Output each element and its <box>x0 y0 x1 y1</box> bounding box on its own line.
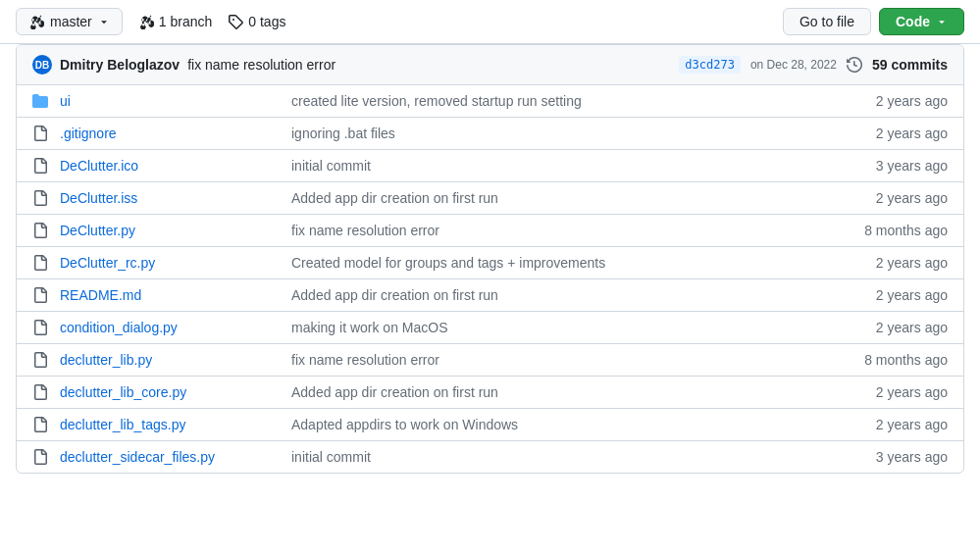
file-name[interactable]: declutter_sidecar_files.py <box>60 449 276 465</box>
table-row: README.md Added app dir creation on firs… <box>17 279 963 312</box>
file-time: 2 years ago <box>820 320 948 335</box>
commit-date: on Dec 28, 2022 <box>750 58 837 72</box>
file-icon-container <box>32 417 60 432</box>
tag-icon <box>228 14 243 29</box>
file-commit: Added app dir creation on first run <box>276 384 820 400</box>
file-commit: Added app dir creation on first run <box>276 287 820 303</box>
branch-count-link[interactable]: 1 branch <box>138 14 212 29</box>
file-icon <box>32 190 48 206</box>
table-row: declutter_lib.py fix name resolution err… <box>17 344 963 377</box>
file-commit: Adapted appdirs to work on Windows <box>276 417 820 432</box>
branch-selector[interactable]: master <box>16 8 123 35</box>
file-commit: fix name resolution error <box>276 352 820 368</box>
table-row: DeClutter.iss Added app dir creation on … <box>17 182 963 215</box>
file-icon-container <box>32 287 60 303</box>
toolbar-left: master 1 branch 0 tags <box>16 8 285 35</box>
toolbar-right: Go to file Code <box>783 8 964 35</box>
file-time: 2 years ago <box>820 287 948 303</box>
table-row: declutter_lib_tags.py Adapted appdirs to… <box>17 409 963 441</box>
file-icon <box>32 126 48 141</box>
file-name[interactable]: DeClutter.ico <box>60 158 276 174</box>
table-row: DeClutter.py fix name resolution error 8… <box>17 215 963 247</box>
folder-icon <box>32 93 48 109</box>
file-commit: ignoring .bat files <box>276 126 820 141</box>
code-label: Code <box>896 14 930 29</box>
commits-count[interactable]: 59 commits <box>872 57 948 73</box>
go-to-file-button[interactable]: Go to file <box>783 8 871 35</box>
file-name[interactable]: DeClutter.py <box>60 223 276 238</box>
file-icon-container <box>32 190 60 206</box>
file-commit: fix name resolution error <box>276 223 820 238</box>
file-icon <box>32 417 48 432</box>
file-icon <box>32 320 48 335</box>
tag-count-link[interactable]: 0 tags <box>228 14 285 29</box>
history-icon <box>847 57 862 73</box>
file-name[interactable]: ui <box>60 93 276 109</box>
file-name[interactable]: declutter_lib.py <box>60 352 276 368</box>
file-commit: making it work on MacOS <box>276 320 820 335</box>
table-row: declutter_sidecar_files.py initial commi… <box>17 441 963 473</box>
commit-author: Dmitry Beloglazov <box>60 57 180 73</box>
file-icon-container <box>32 93 60 109</box>
file-icon-container <box>32 384 60 400</box>
file-commit: Created model for groups and tags + impr… <box>276 255 820 271</box>
file-icon-container <box>32 320 60 335</box>
tag-count-label: 0 tags <box>248 14 285 29</box>
chevron-down-icon-code <box>936 16 948 27</box>
repo-container: DB Dmitry Beloglazov fix name resolution… <box>16 44 964 474</box>
file-icon <box>32 255 48 271</box>
code-button[interactable]: Code <box>879 8 964 35</box>
file-time: 3 years ago <box>820 158 948 174</box>
file-commit: created lite version, removed startup ru… <box>276 93 820 109</box>
chevron-down-icon <box>98 16 110 27</box>
branch-count-label: 1 branch <box>159 14 212 29</box>
branch-name: master <box>50 14 92 29</box>
file-commit: initial commit <box>276 158 820 174</box>
branch-icon <box>28 14 44 29</box>
file-time: 2 years ago <box>820 126 948 141</box>
commit-bar-left: DB Dmitry Beloglazov fix name resolution… <box>32 55 335 75</box>
file-icon <box>32 223 48 238</box>
avatar: DB <box>32 55 52 75</box>
file-icon <box>32 287 48 303</box>
file-time: 2 years ago <box>820 255 948 271</box>
table-row: DeClutter_rc.py Created model for groups… <box>17 247 963 279</box>
file-time: 2 years ago <box>820 417 948 432</box>
commit-hash[interactable]: d3cd273 <box>679 56 741 74</box>
file-time: 8 months ago <box>820 352 948 368</box>
file-icon <box>32 449 48 465</box>
file-name[interactable]: README.md <box>60 287 276 303</box>
file-icon-container <box>32 223 60 238</box>
file-name[interactable]: condition_dialog.py <box>60 320 276 335</box>
toolbar: master 1 branch 0 tags Go to file Code <box>0 0 980 44</box>
file-time: 2 years ago <box>820 384 948 400</box>
file-time: 2 years ago <box>820 93 948 109</box>
file-time: 2 years ago <box>820 190 948 206</box>
file-name[interactable]: declutter_lib_tags.py <box>60 417 276 432</box>
commit-bar-right: d3cd273 on Dec 28, 2022 59 commits <box>679 56 948 74</box>
file-commit: Added app dir creation on first run <box>276 190 820 206</box>
file-time: 8 months ago <box>820 223 948 238</box>
branch-count-icon <box>138 14 154 29</box>
table-row: declutter_lib_core.py Added app dir crea… <box>17 377 963 409</box>
file-time: 3 years ago <box>820 449 948 465</box>
table-row: .gitignore ignoring .bat files 2 years a… <box>17 118 963 150</box>
file-icon-container <box>32 449 60 465</box>
file-name[interactable]: declutter_lib_core.py <box>60 384 276 400</box>
file-name[interactable]: DeClutter.iss <box>60 190 276 206</box>
file-commit: initial commit <box>276 449 820 465</box>
file-icon <box>32 158 48 174</box>
table-row: ui created lite version, removed startup… <box>17 85 963 118</box>
file-name[interactable]: .gitignore <box>60 126 276 141</box>
file-icon-container <box>32 158 60 174</box>
file-icon-container <box>32 255 60 271</box>
file-icon-container <box>32 352 60 368</box>
table-row: DeClutter.ico initial commit 3 years ago <box>17 150 963 182</box>
file-list: ui created lite version, removed startup… <box>17 85 963 473</box>
file-icon <box>32 384 48 400</box>
file-icon <box>32 352 48 368</box>
commit-bar: DB Dmitry Beloglazov fix name resolution… <box>17 45 963 85</box>
commit-message: fix name resolution error <box>187 57 335 73</box>
file-name[interactable]: DeClutter_rc.py <box>60 255 276 271</box>
table-row: condition_dialog.py making it work on Ma… <box>17 312 963 344</box>
